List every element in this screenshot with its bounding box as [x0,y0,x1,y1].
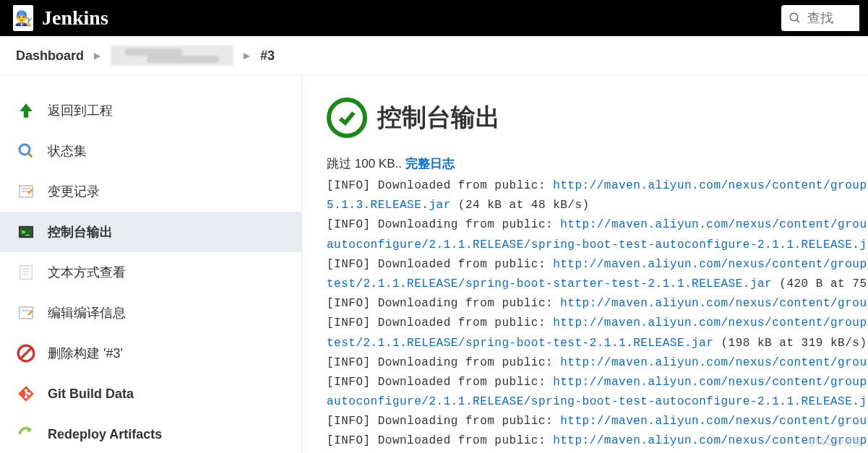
search-input[interactable] [807,11,851,26]
breadcrumb: Dashboard ▶ ▶ #3 [0,36,868,76]
page-title: 控制台输出 [377,101,500,134]
console-line: [INFO] Downloaded from public: http://ma… [327,431,868,451]
skip-info: 跳过 100 KB.. 完整日志 [327,155,868,172]
sidebar-item-changes[interactable]: 变更记录 [0,171,301,212]
sidebar-item-edit-build[interactable]: 编辑编译信息 [0,293,301,333]
main-content: 控制台输出 跳过 100 KB.. 完整日志 [INFO] Downloaded… [302,76,868,453]
console-line: autoconfigure/2.1.1.RELEASE/spring-boot-… [327,236,868,255]
console-line: [INFO] Downloading from public: http://m… [327,294,868,314]
console-line: [INFO] Downloaded from public: http://ma… [327,176,868,196]
console-line: test/2.1.1.RELEASE/spring-boot-starter-t… [327,275,868,294]
console-line: autoconfigure/2.1.1.RELEASE/spring-boot-… [327,392,868,412]
sidebar-item-console[interactable]: >_ 控制台输出 [0,212,301,252]
sidebar-item-label: 状态集 [48,142,87,160]
svg-line-3 [28,153,32,157]
svg-line-17 [20,348,31,358]
svg-point-2 [20,144,30,155]
redeploy-arrow-icon [16,424,36,444]
sidebar: 返回到工程 状态集 变更记录 >_ 控制台输出 文本方式查看 编辑编译信息 删除… [0,76,302,453]
console-line: test/2.1.1.RELEASE/spring-boot-test-2.1.… [327,334,868,353]
console-line: [INFO] Downloading from public: http://m… [327,353,868,373]
prohibit-icon [16,343,36,363]
terminal-icon: >_ [16,222,36,242]
search-icon [788,12,802,25]
watermark: @51CTO博客 [807,436,861,449]
breadcrumb-build[interactable]: #3 [260,48,275,64]
sidebar-item-label: 文本方式查看 [48,264,126,281]
full-log-link[interactable]: 完整日志 [405,157,455,171]
console-line: [INFO] Downloaded from public: http://ma… [327,255,868,275]
success-status-icon [327,98,367,138]
up-arrow-icon [16,100,36,121]
console-output: [INFO] Downloaded from public: http://ma… [327,176,868,453]
sidebar-item-label: 编辑编译信息 [48,304,126,322]
sidebar-item-back-to-project[interactable]: 返回到工程 [0,90,301,131]
sidebar-item-label: 控制台输出 [48,223,113,241]
git-icon [16,384,36,404]
sidebar-item-plain-text[interactable]: 文本方式查看 [0,252,301,293]
console-line: [INFO] Downloaded from public: http://ma… [327,373,868,392]
magnifier-icon [16,141,36,161]
sidebar-item-label: Redeploy Artifacts [48,427,162,442]
brand-logo[interactable]: 👨‍🔧 Jenkins [13,5,108,31]
chevron-right-icon: ▶ [244,51,250,61]
sidebar-item-label: Git Build Data [48,387,134,402]
brand-name: Jenkins [42,7,108,30]
chevron-right-icon: ▶ [94,51,100,61]
svg-point-0 [790,13,798,21]
sidebar-item-git-build-data[interactable]: Git Build Data [0,374,301,414]
sidebar-item-label: 返回到工程 [48,102,113,119]
breadcrumb-job-redacted[interactable] [111,46,233,66]
top-header: 👨‍🔧 Jenkins [0,0,868,36]
sidebar-item-label: 变更记录 [48,183,100,200]
breadcrumb-dashboard[interactable]: Dashboard [16,48,84,64]
jenkins-logo-icon: 👨‍🔧 [13,5,33,31]
notepad-icon [16,181,36,202]
notepad-edit-icon [16,303,36,323]
svg-text:>_: >_ [22,228,30,236]
sidebar-item-redeploy[interactable]: Redeploy Artifacts [0,414,301,453]
sidebar-item-delete-build[interactable]: 删除构建 '#3' [0,333,301,374]
sidebar-item-label: 删除构建 '#3' [48,345,123,362]
svg-line-1 [796,20,799,22]
svg-rect-10 [20,266,33,279]
console-line: [INFO] Downloading from public: http://m… [327,215,868,235]
console-line: [INFO] Downloaded from public: http://ma… [327,314,868,333]
document-icon [16,262,36,282]
console-line: [INFO] Downloading from public: http://m… [327,412,868,431]
search-box[interactable] [781,5,859,31]
console-line: 5.1.3.RELEASE.jar (24 kB at 48 kB/s) [327,196,868,215]
sidebar-item-status[interactable]: 状态集 [0,131,301,171]
